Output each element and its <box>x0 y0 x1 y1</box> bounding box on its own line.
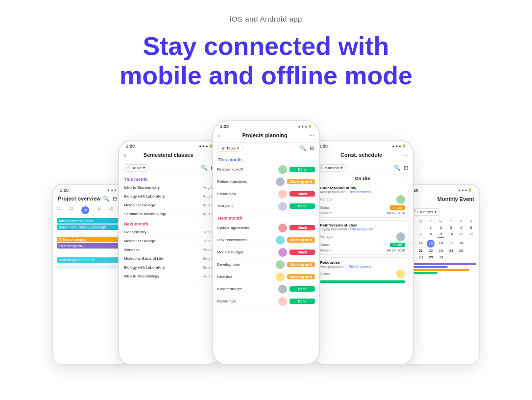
calendar-today: 15 <box>427 240 435 248</box>
event-summer-sale: late summer sale brief <box>57 218 125 224</box>
list-item: Biology with Laboratory Sep 21 <box>119 263 220 272</box>
status-badge: Working on it <box>287 262 315 267</box>
phone5-title: Monthly Event <box>437 196 474 202</box>
avatar <box>278 297 287 306</box>
avatar <box>276 177 285 186</box>
next-month-label-3: Next month <box>213 213 319 222</box>
avatar <box>276 236 285 245</box>
avatar <box>278 202 287 211</box>
task-row: Update agreement Stuck <box>213 222 319 234</box>
task-row: Test plan Done <box>213 200 319 213</box>
status-badge: Working on it <box>287 237 315 243</box>
event-billboard: Billboard campaign <box>57 237 125 242</box>
task-row: Resources Stuck <box>213 188 319 200</box>
filter-icon[interactable]: ⊟ <box>113 196 117 202</box>
search-icon-2[interactable]: 🔍 <box>201 165 208 171</box>
phones-container: 1:20 ▲▲▲ 🔋 Project overview 🔍 ⊟ ··· 11 1… <box>52 120 480 365</box>
status-badge: Done <box>290 203 315 209</box>
search-icon-4[interactable]: 🔍 <box>394 165 401 171</box>
avatar <box>276 273 285 281</box>
page-wrapper: iOS and Android app Stay connected with … <box>0 0 532 400</box>
avatar <box>278 248 287 257</box>
avatar <box>278 190 287 199</box>
this-month-label-3: This month <box>213 154 319 164</box>
main-heading: Stay connected with mobile and offline m… <box>120 32 412 91</box>
back-icon-2[interactable]: ‹ <box>124 151 126 159</box>
status-badge: on site <box>390 205 405 210</box>
status-badge: Stuck <box>290 250 315 255</box>
phone2-title: Semesteral classes <box>144 152 193 158</box>
avatar <box>396 270 405 278</box>
phone-kanban: 1:20 ▲▲▲🔋 ‹ Const. schedule ··· ⊞ Kanban… <box>311 140 414 365</box>
status-badge: Done <box>290 167 315 172</box>
phone4-title: Const. schedule <box>340 152 382 158</box>
task-row: Risk assessment Working on it <box>213 234 319 247</box>
list-item: Seminar in Microbiology Aug 28 <box>119 210 220 219</box>
list-item: Molecular Biology Sep 12 <box>119 237 220 246</box>
avatar <box>278 285 287 294</box>
event-nyc: launch NYC subway campaign <box>57 225 125 230</box>
task-row: Refine objectives Working on it <box>213 176 319 188</box>
kanban-view-selector[interactable]: ⊞ Kanban ▾ <box>317 164 346 172</box>
more-icon-4[interactable]: ··· <box>404 152 408 158</box>
list-item: Intro to Microbiology Sep 23 <box>119 272 220 281</box>
task-row: Resources Done <box>213 296 319 308</box>
avatar <box>276 260 285 269</box>
filter-icon-4[interactable]: ⊟ <box>404 165 408 171</box>
phone-projects: 1:20 ▲▲▲🔋 ‹ Projects planning ··· ⊞ Tabl… <box>212 120 320 365</box>
phone-semesteral: 1:20 ▲▲▲🔋 ‹ Semesteral classes ··· ⊞ Tab… <box>118 140 221 365</box>
status-badge: Stuck <box>290 191 315 197</box>
back-icon-3[interactable]: ‹ <box>218 132 220 139</box>
kanban-card: Underground utility Area preparation › R… <box>316 183 409 218</box>
kanban-column-title: On site <box>316 176 409 181</box>
mini-calendar: S M T W T F S 1 2 3 4 5 <box>403 218 479 274</box>
list-item: Biology with Laboratory Aug 24 <box>119 192 220 201</box>
avatar <box>278 165 287 174</box>
list-item: Molecular Biology Aug 25 <box>119 201 220 210</box>
status-badge: Working on it <box>287 179 315 184</box>
task-row: Finalize kickoff Done <box>213 164 319 176</box>
view-table-selector-3[interactable]: ⊞ Table ▾ <box>218 145 242 152</box>
search-icon-3[interactable]: 🔍 <box>300 145 307 151</box>
kanban-card: Reinforcement steel Laying foundation › … <box>316 220 409 255</box>
list-item: Genetics Sep 15 <box>119 246 220 254</box>
event-design-conf: beat design conference <box>57 257 125 263</box>
avatar <box>396 232 405 241</box>
avatar <box>396 195 405 204</box>
status-badge: Done <box>290 286 315 292</box>
status-badge: Done <box>290 299 315 304</box>
list-item: Molecular Basis of Life Sep 16 <box>119 254 220 263</box>
task-row: Monitor budget Stuck <box>213 247 319 259</box>
subtitle: iOS and Android app <box>230 15 302 23</box>
search-icon[interactable]: 🔍 <box>103 196 110 202</box>
event-host-design: Host design co... <box>57 243 125 249</box>
filter-icon-3[interactable]: ⊟ <box>310 145 314 151</box>
task-row: New test Working on it <box>213 271 319 283</box>
avatar <box>278 224 287 232</box>
task-row: Kickoff budget Done <box>213 283 319 296</box>
list-item: Intro to Biochemistry Aug 21 <box>119 183 220 192</box>
more-icon-3[interactable]: ··· <box>310 132 314 138</box>
phone1-title: Project overview <box>58 196 100 201</box>
status-badge: on site <box>390 243 405 247</box>
kanban-card: Resources Area preparation › Reinforceme… <box>316 257 409 286</box>
this-month-label: This month <box>119 174 220 183</box>
status-badge: Working on it <box>287 274 315 279</box>
view-table-selector[interactable]: ⊞ Table ▾ <box>124 164 148 172</box>
list-item: Biochemistry Sep 10 <box>119 228 220 237</box>
next-month-label: Next month <box>119 219 220 228</box>
task-row: Develop plan Working on it <box>213 259 319 271</box>
calendar-body: 1 2 3 4 5 6 7 8 9 10 11 12 13 14 15 <box>406 225 476 260</box>
status-badge: Stuck <box>290 225 315 230</box>
phone3-title: Projects planning <box>242 132 287 138</box>
